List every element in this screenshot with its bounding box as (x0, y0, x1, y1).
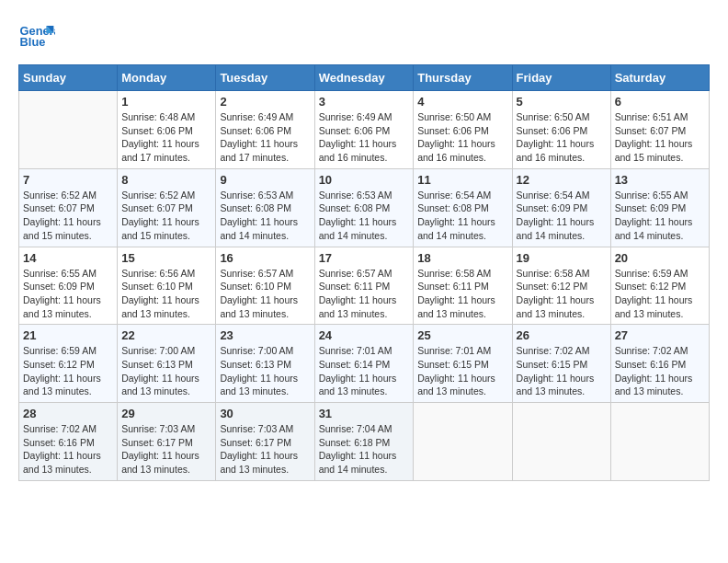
week-row-2: 7Sunrise: 6:52 AMSunset: 6:07 PMDaylight… (19, 168, 710, 247)
day-number: 7 (23, 173, 113, 187)
day-number: 22 (121, 328, 211, 342)
weekday-header-tuesday: Tuesday (216, 65, 314, 91)
day-number: 26 (517, 328, 607, 342)
week-row-5: 28Sunrise: 7:02 AMSunset: 6:16 PMDayligh… (19, 403, 710, 481)
weekday-header-saturday: Saturday (610, 65, 709, 91)
calendar-cell: 2Sunrise: 6:49 AMSunset: 6:06 PMDaylight… (216, 91, 314, 169)
calendar-cell: 18Sunrise: 6:58 AMSunset: 6:11 PMDayligh… (414, 247, 512, 325)
day-number: 2 (220, 95, 310, 109)
day-number: 13 (615, 173, 705, 187)
day-info: Sunrise: 7:03 AMSunset: 6:17 PMDaylight:… (220, 422, 310, 477)
day-info: Sunrise: 6:53 AMSunset: 6:08 PMDaylight:… (319, 189, 410, 243)
calendar-cell: 13Sunrise: 6:55 AMSunset: 6:09 PMDayligh… (610, 168, 709, 247)
day-info: Sunrise: 7:01 AMSunset: 6:14 PMDaylight:… (319, 344, 410, 398)
day-info: Sunrise: 6:58 AMSunset: 6:12 PMDaylight:… (517, 267, 607, 321)
calendar-cell: 11Sunrise: 6:54 AMSunset: 6:08 PMDayligh… (414, 168, 512, 247)
calendar-cell: 1Sunrise: 6:48 AMSunset: 6:06 PMDaylight… (118, 91, 216, 169)
day-info: Sunrise: 6:54 AMSunset: 6:08 PMDaylight:… (417, 189, 507, 243)
day-number: 15 (121, 251, 211, 265)
calendar-cell: 4Sunrise: 6:50 AMSunset: 6:06 PMDaylight… (414, 91, 512, 169)
day-info: Sunrise: 6:56 AMSunset: 6:10 PMDaylight:… (121, 267, 211, 321)
day-info: Sunrise: 7:00 AMSunset: 6:13 PMDaylight:… (220, 344, 310, 398)
calendar-cell (414, 403, 512, 481)
day-number: 30 (220, 407, 310, 420)
day-number: 9 (220, 173, 310, 187)
calendar-cell: 28Sunrise: 7:02 AMSunset: 6:16 PMDayligh… (19, 403, 118, 481)
calendar-cell: 30Sunrise: 7:03 AMSunset: 6:17 PMDayligh… (216, 403, 314, 481)
day-number: 29 (121, 407, 211, 420)
day-info: Sunrise: 7:00 AMSunset: 6:13 PMDaylight:… (121, 344, 211, 398)
day-number: 28 (23, 407, 113, 420)
day-number: 21 (23, 328, 113, 342)
calendar-cell: 20Sunrise: 6:59 AMSunset: 6:12 PMDayligh… (610, 247, 709, 325)
calendar-cell: 14Sunrise: 6:55 AMSunset: 6:09 PMDayligh… (19, 247, 118, 325)
day-number: 17 (319, 251, 410, 265)
week-row-3: 14Sunrise: 6:55 AMSunset: 6:09 PMDayligh… (19, 247, 710, 325)
day-number: 25 (417, 328, 507, 342)
day-number: 6 (615, 95, 705, 109)
day-info: Sunrise: 6:59 AMSunset: 6:12 PMDaylight:… (615, 267, 705, 321)
day-number: 3 (319, 95, 410, 109)
day-info: Sunrise: 7:02 AMSunset: 6:16 PMDaylight:… (615, 344, 705, 398)
day-info: Sunrise: 6:57 AMSunset: 6:11 PMDaylight:… (319, 267, 410, 321)
calendar-cell (512, 403, 610, 481)
calendar-cell: 10Sunrise: 6:53 AMSunset: 6:08 PMDayligh… (314, 168, 414, 247)
weekday-header-wednesday: Wednesday (314, 65, 414, 91)
day-info: Sunrise: 6:53 AMSunset: 6:08 PMDaylight:… (220, 189, 310, 243)
weekday-header-friday: Friday (512, 65, 610, 91)
calendar-cell: 7Sunrise: 6:52 AMSunset: 6:07 PMDaylight… (19, 168, 118, 247)
day-number: 23 (220, 328, 310, 342)
day-info: Sunrise: 6:48 AMSunset: 6:06 PMDaylight:… (121, 110, 211, 165)
day-number: 10 (319, 173, 410, 187)
day-number: 18 (417, 251, 507, 265)
calendar-cell: 5Sunrise: 6:50 AMSunset: 6:06 PMDaylight… (512, 91, 610, 169)
day-number: 8 (121, 173, 211, 187)
logo: General Blue (18, 18, 59, 55)
day-number: 12 (517, 173, 607, 187)
calendar-cell: 24Sunrise: 7:01 AMSunset: 6:14 PMDayligh… (314, 325, 414, 403)
day-number: 5 (517, 95, 607, 109)
calendar-cell: 16Sunrise: 6:57 AMSunset: 6:10 PMDayligh… (216, 247, 314, 325)
day-info: Sunrise: 6:55 AMSunset: 6:09 PMDaylight:… (615, 189, 705, 243)
day-number: 20 (615, 251, 705, 265)
calendar-cell: 3Sunrise: 6:49 AMSunset: 6:06 PMDaylight… (314, 91, 414, 169)
day-number: 27 (615, 328, 705, 342)
day-info: Sunrise: 6:55 AMSunset: 6:09 PMDaylight:… (23, 267, 113, 321)
week-row-1: 1Sunrise: 6:48 AMSunset: 6:06 PMDaylight… (19, 91, 710, 169)
weekday-header-monday: Monday (118, 65, 216, 91)
weekday-header-row: SundayMondayTuesdayWednesdayThursdayFrid… (19, 65, 710, 91)
day-info: Sunrise: 7:03 AMSunset: 6:17 PMDaylight:… (121, 422, 211, 477)
day-number: 19 (517, 251, 607, 265)
calendar-cell: 15Sunrise: 6:56 AMSunset: 6:10 PMDayligh… (118, 247, 216, 325)
day-info: Sunrise: 6:52 AMSunset: 6:07 PMDaylight:… (23, 189, 113, 243)
day-number: 4 (417, 95, 507, 109)
calendar-cell (19, 91, 118, 169)
calendar-cell: 6Sunrise: 6:51 AMSunset: 6:07 PMDaylight… (610, 91, 709, 169)
calendar-cell: 31Sunrise: 7:04 AMSunset: 6:18 PMDayligh… (314, 403, 414, 481)
day-number: 1 (121, 95, 211, 109)
calendar-cell: 23Sunrise: 7:00 AMSunset: 6:13 PMDayligh… (216, 325, 314, 403)
calendar-cell: 26Sunrise: 7:02 AMSunset: 6:15 PMDayligh… (512, 325, 610, 403)
weekday-header-thursday: Thursday (414, 65, 512, 91)
day-info: Sunrise: 6:50 AMSunset: 6:06 PMDaylight:… (417, 110, 507, 165)
calendar-cell: 12Sunrise: 6:54 AMSunset: 6:09 PMDayligh… (512, 168, 610, 247)
calendar-cell: 19Sunrise: 6:58 AMSunset: 6:12 PMDayligh… (512, 247, 610, 325)
day-info: Sunrise: 6:51 AMSunset: 6:07 PMDaylight:… (615, 110, 705, 165)
day-info: Sunrise: 7:02 AMSunset: 6:15 PMDaylight:… (517, 344, 607, 398)
day-number: 11 (417, 173, 507, 187)
calendar-cell (610, 403, 709, 481)
day-info: Sunrise: 6:58 AMSunset: 6:11 PMDaylight:… (417, 267, 507, 321)
day-info: Sunrise: 6:50 AMSunset: 6:06 PMDaylight:… (517, 110, 607, 165)
calendar-cell: 17Sunrise: 6:57 AMSunset: 6:11 PMDayligh… (314, 247, 414, 325)
day-info: Sunrise: 7:02 AMSunset: 6:16 PMDaylight:… (23, 422, 113, 477)
day-info: Sunrise: 7:04 AMSunset: 6:18 PMDaylight:… (319, 422, 410, 477)
day-info: Sunrise: 6:54 AMSunset: 6:09 PMDaylight:… (517, 189, 607, 243)
calendar-cell: 9Sunrise: 6:53 AMSunset: 6:08 PMDaylight… (216, 168, 314, 247)
weekday-header-sunday: Sunday (19, 65, 118, 91)
calendar-cell: 27Sunrise: 7:02 AMSunset: 6:16 PMDayligh… (610, 325, 709, 403)
day-info: Sunrise: 6:49 AMSunset: 6:06 PMDaylight:… (220, 110, 310, 165)
calendar-cell: 29Sunrise: 7:03 AMSunset: 6:17 PMDayligh… (118, 403, 216, 481)
svg-text:Blue: Blue (20, 35, 46, 49)
day-number: 31 (319, 407, 410, 420)
calendar-cell: 8Sunrise: 6:52 AMSunset: 6:07 PMDaylight… (118, 168, 216, 247)
